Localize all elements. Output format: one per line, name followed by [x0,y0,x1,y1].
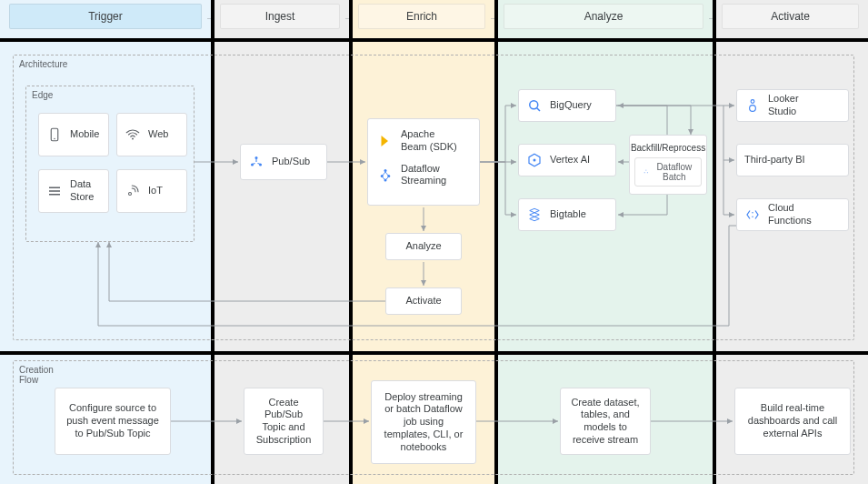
bigtable-label: Bigtable [550,208,586,221]
node-pubsub-label: Pub/Sub [272,156,310,168]
edge-datastore: Data Store [38,169,109,213]
bigquery-icon [526,97,543,114]
svg-point-4 [255,156,258,159]
flow-analyze: Create dataset, tables, and models to re… [560,388,651,455]
iot-icon [125,183,141,199]
panel-label-creation-flow: Creation Flow [19,365,54,385]
flow-activate-label: Build real-time dashboards and call exte… [744,402,841,439]
cloudfn-label: Cloud Functions [768,202,812,227]
stage-label: Trigger [88,10,123,23]
node-pubsub: Pub/Sub [240,144,327,180]
node-enrich-stack: Apache Beam (SDK) Dataflow Streaming [367,118,480,206]
node-vertex: Vertex AI [518,144,616,176]
dataflow-icon [377,166,394,183]
stage-analyze: Analyze [504,4,703,29]
dataflow-streaming-label: Dataflow Streaming [401,163,446,188]
svg-point-15 [646,172,647,173]
flow-ingest: Create Pub/Sub Topic and Subscription [244,388,324,455]
backfill-label: Backfill/Reprocess [631,143,705,155]
beam-label: Apache Beam (SDK) [401,128,457,154]
node-thirdparty-bi: Third-party BI [736,144,849,176]
edge-datastore-label: Data Store [70,178,94,204]
thirdparty-label: Third-party BI [744,154,805,166]
sub-dataflow-batch: Dataflow Batch [634,157,703,187]
mobile-icon [46,126,63,143]
svg-point-16 [751,100,754,104]
stage-trigger: Trigger [9,4,202,29]
svg-point-18 [752,212,753,214]
edge-iot-label: IoT [148,185,163,197]
stage-activate: Activate [722,4,859,29]
svg-point-12 [534,159,536,162]
bigtable-icon [526,207,543,223]
divider-h2 [0,351,868,355]
svg-point-17 [750,106,756,112]
dataflow-batch-label: Dataflow Batch [654,162,693,182]
svg-point-14 [644,172,644,173]
flow-enrich-label: Deploy streaming or batch Dataflow job u… [381,391,466,454]
stage-label: Activate [771,10,810,23]
flow-analyze-label: Create dataset, tables, and models to re… [570,397,641,447]
looker-icon [744,97,761,114]
flow-enrich: Deploy streaming or batch Dataflow job u… [371,380,476,464]
stage-enrich: Enrich [358,4,485,29]
vertex-label: Vertex AI [550,154,590,166]
edge-mobile-label: Mobile [70,128,99,141]
wifi-icon [125,126,141,143]
node-backfill: Backfill/Reprocess Dataflow Batch [629,135,707,195]
edge-web-label: Web [148,128,168,141]
node-bigquery: BigQuery [518,89,616,122]
dataflow-batch-icon [643,166,650,177]
stage-ingest: Ingest [220,4,340,29]
pubsub-icon [248,154,264,170]
node-analyze: Analyze [385,233,462,260]
edge-web: Web [116,113,187,156]
flow-ingest-label: Create Pub/Sub Topic and Subscription [254,397,314,447]
stage-label: Enrich [406,10,437,23]
looker-label: Looker Studio [768,93,799,118]
panel-label-architecture: Architecture [19,59,67,69]
node-bigtable: Bigtable [518,198,616,231]
cloud-functions-icon [744,207,761,223]
panel-edge: Edge [25,86,195,242]
edge-iot: IoT [116,169,187,213]
flow-activate: Build real-time dashboards and call exte… [734,388,851,455]
flow-trigger-label: Configure source to push event message t… [65,402,161,439]
svg-point-19 [752,217,753,218]
stage-label: Ingest [265,10,295,23]
node-looker: Looker Studio [736,89,849,122]
divider-h1 [0,38,868,42]
vertex-ai-icon [526,152,543,168]
datastore-icon [46,183,63,199]
svg-point-2 [132,138,134,140]
svg-point-7 [384,169,387,172]
edge-mobile: Mobile [38,113,109,156]
node-cloud-functions: Cloud Functions [736,198,849,231]
svg-point-1 [54,138,55,140]
bigquery-label: BigQuery [550,99,592,112]
activate-label: Activate [405,295,441,308]
panel-label-edge: Edge [32,90,53,100]
stage-label: Analyze [584,10,624,23]
svg-point-3 [129,193,132,196]
flow-trigger: Configure source to push event message t… [55,388,171,455]
apache-beam-icon [377,133,394,149]
svg-point-13 [645,170,646,171]
node-activate: Activate [385,287,462,315]
analyze-label: Analyze [405,240,441,253]
